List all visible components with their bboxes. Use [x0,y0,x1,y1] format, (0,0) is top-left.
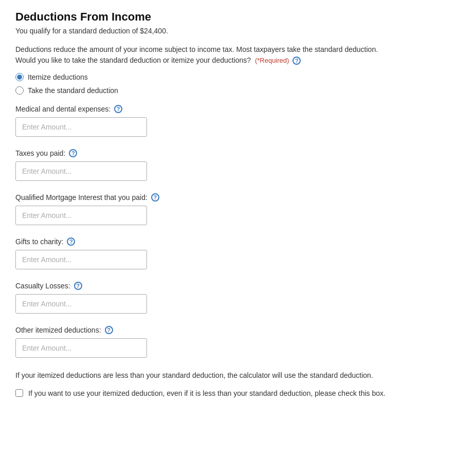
medical-label-text: Medical and dental expenses: [15,105,111,113]
charity-label-text: Gifts to charity: [15,237,63,246]
taxes-field-label: Taxes you paid: ? [15,149,461,157]
description-line1: Deductions reduce the amount of your inc… [15,45,378,53]
other-amount-input[interactable] [15,338,147,358]
mortgage-amount-input[interactable] [15,206,147,225]
mortgage-help-icon[interactable]: ? [151,193,159,202]
description-text: Deductions reduce the amount of your inc… [15,44,461,66]
required-help-icon[interactable]: ? [292,57,301,65]
medical-field-label: Medical and dental expenses: ? [15,105,461,113]
casualty-field-section: Casualty Losses: ? [15,282,461,314]
casualty-amount-input[interactable] [15,294,147,314]
page-title: Deductions From Income [15,10,461,24]
itemize-radio-input[interactable] [15,73,24,81]
other-field-section: Other itemized deductions: ? [15,326,461,358]
taxes-help-icon[interactable]: ? [69,149,77,157]
required-label: (*Required) [255,57,289,64]
charity-amount-input[interactable] [15,250,147,269]
mortgage-field-label: Qualified Mortgage Interest that you pai… [15,193,461,202]
casualty-label-text: Casualty Losses: [15,282,70,290]
standard-radio-option[interactable]: Take the standard deduction [15,86,461,95]
itemize-radio-option[interactable]: Itemize deductions [15,73,461,81]
charity-help-icon[interactable]: ? [67,237,75,246]
mortgage-label-text: Qualified Mortgage Interest that you pai… [15,193,148,202]
standard-radio-label: Take the standard deduction [28,86,118,95]
subtitle-text: You qualify for a standard deduction of … [15,27,461,35]
standard-radio-input[interactable] [15,86,24,95]
taxes-field-section: Taxes you paid: ? [15,149,461,181]
info-text: If your itemized deductions are less tha… [15,370,461,381]
charity-field-section: Gifts to charity: ? [15,237,461,269]
mortgage-field-section: Qualified Mortgage Interest that you pai… [15,193,461,225]
taxes-amount-input[interactable] [15,161,147,181]
deduction-radio-group: Itemize deductions Take the standard ded… [15,73,461,95]
medical-help-icon[interactable]: ? [114,105,122,113]
other-field-label: Other itemized deductions: ? [15,326,461,334]
other-label-text: Other itemized deductions: [15,326,101,334]
itemized-override-label: If you want to use your itemized deducti… [28,388,386,399]
description-line2: Would you like to take the standard dedu… [15,56,251,64]
itemized-override-row: If you want to use your itemized deducti… [15,388,461,399]
casualty-help-icon[interactable]: ? [74,282,82,290]
itemized-override-checkbox[interactable] [15,389,23,397]
other-help-icon[interactable]: ? [105,326,113,334]
taxes-label-text: Taxes you paid: [15,149,65,157]
casualty-field-label: Casualty Losses: ? [15,282,461,290]
charity-field-label: Gifts to charity: ? [15,237,461,246]
medical-field-section: Medical and dental expenses: ? [15,105,461,137]
medical-amount-input[interactable] [15,117,147,137]
itemize-radio-label: Itemize deductions [28,73,88,81]
